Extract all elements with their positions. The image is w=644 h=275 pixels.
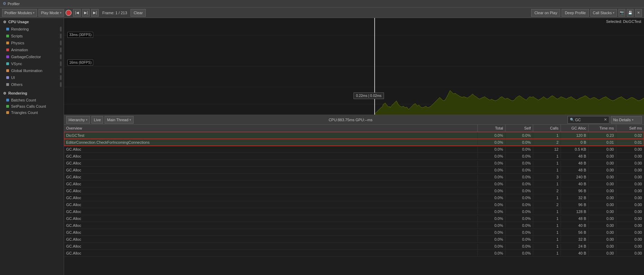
sidebar-cpu-item-7[interactable]: UI: [0, 74, 64, 81]
td-time-ms: 0.23: [589, 133, 616, 138]
table-container: Overview Total Self Calls GC Alloc Time …: [64, 125, 644, 275]
table-row[interactable]: GC.Alloc0.0%0.0%3240 B0.000.00: [64, 174, 644, 180]
table-row[interactable]: GC.Alloc0.0%0.0%148 B0.000.00: [64, 215, 644, 222]
table-row[interactable]: EditorConnection.CheckForIncomingConnect…: [64, 139, 644, 146]
td-self-ms: 0.00: [616, 174, 644, 180]
table-row[interactable]: GC.Alloc0.0%0.0%148 B0.000.00: [64, 160, 644, 167]
td-time-ms: 0.00: [589, 202, 616, 207]
clear-on-play-button[interactable]: Clear on Play: [531, 9, 560, 17]
search-box[interactable]: 🔍 ✕: [567, 116, 609, 124]
td-self: 0.0%: [506, 230, 533, 235]
td-self: 0.0%: [506, 153, 533, 159]
th-time-ms[interactable]: Time ms: [589, 125, 616, 132]
td-self-ms: 0.00: [616, 167, 644, 173]
td-name: EditorConnection.CheckForIncomingConnect…: [64, 140, 478, 145]
profiler-icon: ⚙: [3, 1, 6, 6]
td-total: 0.0%: [478, 216, 506, 221]
clear-button[interactable]: Clear: [131, 9, 146, 17]
screenshot-button[interactable]: 📷: [618, 9, 625, 17]
sidebar-rendering-item-1[interactable]: SetPass Calls Count: [0, 103, 64, 109]
call-stacks-dropdown[interactable]: Call Stacks ▾: [590, 9, 617, 17]
table-row[interactable]: DicGCTest0.0%0.0%1120 B0.230.02: [64, 132, 644, 139]
sidebar-scrollbar: [60, 41, 62, 45]
rendering-section-header[interactable]: ⚙ Rendering: [0, 89, 64, 97]
sidebar-scrollbar: [60, 68, 62, 73]
td-name: GC.Alloc: [64, 216, 478, 221]
sidebar-cpu-item-5[interactable]: VSync: [0, 60, 64, 67]
th-calls[interactable]: Calls: [533, 125, 561, 132]
play-mode-dropdown[interactable]: Play Mode ▾: [38, 9, 64, 17]
sidebar-cpu-item-0[interactable]: Rendering: [0, 26, 64, 33]
td-gc-alloc: 240 B: [561, 174, 589, 180]
sidebar-cpu-item-4[interactable]: GarbageCollector: [0, 53, 64, 60]
td-calls: 2: [533, 188, 561, 194]
sidebar-cpu-item-1[interactable]: Scripts: [0, 33, 64, 39]
table-row[interactable]: GC.Alloc0.0%0.0%124 B0.000.00: [64, 243, 644, 250]
sidebar-cpu-item-2[interactable]: Physics: [0, 39, 64, 46]
no-details-dropdown[interactable]: No Details ▾: [611, 116, 642, 124]
th-total[interactable]: Total: [478, 125, 506, 132]
table-row[interactable]: GC.Alloc0.0%0.0%296 B0.000.00: [64, 187, 644, 194]
profiler-modules-dropdown[interactable]: Profiler Modules ▾: [2, 9, 37, 17]
record-button[interactable]: [65, 10, 72, 16]
table-row[interactable]: GC.Alloc0.0%0.0%132 B0.000.00: [64, 194, 644, 201]
deep-profile-button[interactable]: Deep Profile: [562, 9, 589, 17]
sidebar-scrollbar: [60, 54, 62, 59]
sidebar-rendering-item-2[interactable]: Triangles Count: [0, 109, 64, 116]
main-thread-dropdown[interactable]: Main Thread ▾: [105, 116, 134, 124]
search-clear-button[interactable]: ✕: [604, 117, 607, 122]
end-frame-button[interactable]: ▶|: [91, 9, 99, 17]
table-row[interactable]: GC.Alloc0.0%0.0%120.5 KB0.000.00: [64, 146, 644, 153]
table-row[interactable]: GC.Alloc0.0%0.0%156 B0.000.00: [64, 229, 644, 236]
sidebar-item-label: Scripts: [11, 34, 23, 38]
next-frame-button[interactable]: ▶|: [82, 9, 90, 17]
color-indicator: [6, 48, 9, 51]
sidebar-cpu-item-8[interactable]: Others: [0, 81, 64, 88]
table-row[interactable]: GC.Alloc0.0%0.0%148 B0.000.00: [64, 167, 644, 174]
th-self-ms[interactable]: Self ms: [616, 125, 644, 132]
th-self[interactable]: Self: [506, 125, 533, 132]
rendering-icon: ⚙: [2, 91, 7, 96]
table-row[interactable]: GC.Alloc0.0%0.0%140 B0.000.00: [64, 180, 644, 187]
td-time-ms: 0.00: [589, 147, 616, 152]
table-row[interactable]: GC.Alloc0.0%0.0%1128 B0.000.00: [64, 208, 644, 215]
color-indicator: [6, 111, 9, 114]
td-total: 0.0%: [478, 160, 506, 166]
table-row[interactable]: GC.Alloc0.0%0.0%132 B0.000.00: [64, 236, 644, 243]
table-row[interactable]: GC.Alloc0.0%0.0%140 B0.000.00: [64, 222, 644, 229]
search-input[interactable]: [575, 118, 603, 122]
sidebar-cpu-item-6[interactable]: Global Illumination: [0, 67, 64, 74]
td-self-ms: 0.00: [616, 188, 644, 194]
selected-label: Selected: DicGCTest: [606, 19, 641, 24]
td-time-ms: 0.00: [589, 160, 616, 166]
close-button[interactable]: ✕: [635, 9, 642, 17]
td-name: GC.Alloc: [64, 160, 478, 166]
title-bar-text: Profiler: [8, 2, 20, 6]
bottom-panel: Hierarchy ▾ Live Main Thread ▾ CPU:883.7…: [64, 115, 644, 275]
td-self-ms: 0.00: [616, 237, 644, 242]
td-time-ms: 0.00: [589, 153, 616, 159]
sidebar-rendering-item-0[interactable]: Batches Count: [0, 97, 64, 103]
title-bar: ⚙ Profiler: [0, 0, 644, 8]
table-row[interactable]: GC.Alloc0.0%0.0%140 B0.000.00: [64, 250, 644, 257]
td-calls: 1: [533, 133, 561, 138]
save-button[interactable]: 💾: [627, 9, 634, 17]
cpu-section-header[interactable]: ⚙ CPU Usage: [0, 18, 64, 26]
prev-frame-button[interactable]: |◀: [73, 9, 81, 17]
live-dropdown[interactable]: Live: [91, 116, 103, 124]
bottom-toolbar: Hierarchy ▾ Live Main Thread ▾ CPU:883.7…: [64, 115, 644, 125]
table-row[interactable]: GC.Alloc0.0%0.0%148 B0.000.00: [64, 153, 644, 160]
sidebar-item-label: SetPass Calls Count: [11, 104, 46, 108]
td-self-ms: 0.00: [616, 216, 644, 221]
th-gc-alloc[interactable]: GC Alloc: [561, 125, 589, 132]
th-overview[interactable]: Overview: [64, 125, 478, 132]
td-calls: 1: [533, 181, 561, 187]
td-gc-alloc: 0.5 KB: [561, 147, 589, 152]
td-time-ms: 0.00: [589, 167, 616, 173]
content-area: 33ms (30FPS) 16ms (60FPS) 0.22ms | 0.02m…: [64, 18, 644, 275]
table-row[interactable]: GC.Alloc0.0%0.0%296 B0.000.00: [64, 201, 644, 208]
hierarchy-dropdown[interactable]: Hierarchy ▾: [66, 116, 90, 124]
td-total: 0.0%: [478, 209, 506, 214]
cpu-section-label: CPU Usage: [8, 20, 29, 24]
sidebar-cpu-item-3[interactable]: Animation: [0, 46, 64, 53]
